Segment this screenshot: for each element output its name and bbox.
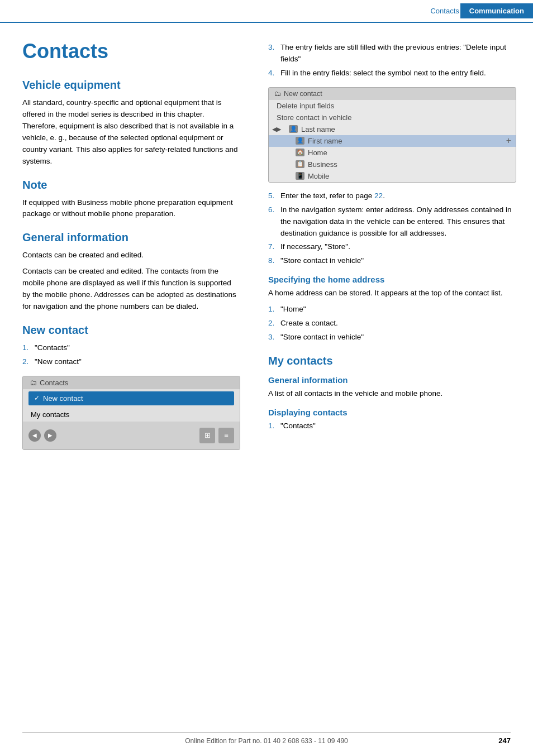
nc-home: 🏠 Home bbox=[269, 147, 516, 159]
general-info-body1: Contacts can be created and edited. bbox=[22, 250, 240, 261]
checkmark-icon: ✓ bbox=[34, 394, 40, 402]
displaying-contacts-steps: 1. "Contacts" bbox=[268, 420, 516, 432]
page-content: Contacts Vehicle equipment All standard,… bbox=[0, 23, 533, 469]
plus-icon: + bbox=[506, 136, 511, 146]
nc-business: 📋 Business bbox=[269, 159, 516, 170]
nav-left-icon: ◀ bbox=[28, 429, 41, 442]
contacts-folder-icon: 🗂 bbox=[30, 379, 37, 387]
contacts-screenshot-title: 🗂 Contacts bbox=[23, 376, 240, 389]
left-column: Contacts Vehicle equipment All standard,… bbox=[0, 23, 257, 469]
header-communication-label: Communication bbox=[460, 3, 533, 18]
footer-text: Online Edition for Part no. 01 40 2 608 … bbox=[185, 737, 348, 745]
list-item: 5. Enter the text, refer to page 22. bbox=[268, 190, 516, 202]
specifying-home-address-heading: Specifying the home address bbox=[268, 275, 516, 284]
list-item: 4. Fill in the entry fields: select the … bbox=[268, 68, 516, 79]
screenshot-bottom-bar: ◀ ▶ ⊞ ≡ bbox=[23, 422, 240, 449]
page-number: 247 bbox=[498, 736, 511, 745]
steps-3-4-list: 3. The entry fields are still filled wit… bbox=[268, 42, 516, 79]
first-name-icon: 👤 bbox=[296, 137, 304, 145]
list-item: 1. "Contacts" bbox=[22, 342, 240, 354]
note-body: If equipped with Business mobile phone p… bbox=[22, 197, 240, 221]
screenshot-icon-1: ⊞ bbox=[199, 428, 215, 443]
steps-5-8-list: 5. Enter the text, refer to page 22. 6. … bbox=[268, 190, 516, 267]
new-contact-item-selected: ✓ New contact bbox=[28, 391, 234, 405]
list-item: 7. If necessary, "Store". bbox=[268, 241, 516, 253]
new-contact-steps-list: 1. "Contacts" 2. "New contact" bbox=[22, 342, 240, 368]
page-title: Contacts bbox=[22, 40, 240, 63]
header-bar: Contacts Communication bbox=[0, 0, 533, 23]
new-contact-heading: New contact bbox=[22, 324, 240, 337]
page-footer: Online Edition for Part no. 01 40 2 608 … bbox=[22, 732, 511, 745]
note-heading: Note bbox=[22, 179, 240, 192]
my-contacts-general-info-body: A list of all contacts in the vehicle an… bbox=[268, 388, 516, 400]
last-name-icon: 👤 bbox=[289, 125, 298, 133]
my-contacts-item: My contacts bbox=[23, 408, 240, 422]
vehicle-equipment-heading: Vehicle equipment bbox=[22, 79, 240, 92]
nav-right-icon: ▶ bbox=[44, 429, 56, 442]
screenshot-icon-2: ≡ bbox=[218, 428, 234, 443]
contacts-screenshot: 🗂 Contacts ✓ New contact My contacts ◀ ▶ bbox=[22, 376, 240, 450]
nc-title-bar: 🗂 New contact bbox=[269, 88, 516, 100]
list-item: 1. "Contacts" bbox=[268, 420, 516, 432]
displaying-contacts-heading: Displaying contacts bbox=[268, 408, 516, 417]
home-icon: 🏠 bbox=[296, 149, 304, 156]
general-information-heading: General information bbox=[22, 231, 240, 244]
nc-nav-arrows: ◀ ▶ bbox=[269, 126, 281, 133]
nc-icon: 🗂 bbox=[274, 90, 282, 98]
list-item: 3. The entry fields are still filled wit… bbox=[268, 42, 516, 65]
nc-mobile: 📱 Mobile bbox=[269, 170, 516, 182]
nc-first-name: 👤 First name + bbox=[269, 135, 516, 147]
right-column: 3. The entry fields are still filled wit… bbox=[257, 23, 533, 469]
nc-last-name-row: ◀ ▶ 👤 Last name bbox=[269, 123, 516, 135]
nc-store-contact: Store contact in vehicle bbox=[269, 112, 516, 123]
mobile-icon: 📱 bbox=[296, 172, 304, 180]
new-contact-ui-screenshot: 🗂 New contact Delete input fields Store … bbox=[268, 87, 516, 183]
nc-last-name: 👤 Last name bbox=[281, 123, 516, 135]
my-contacts-heading: My contacts bbox=[268, 355, 516, 367]
business-icon: 📋 bbox=[296, 160, 304, 168]
nav-right-arrow: ▶ bbox=[277, 126, 281, 133]
my-contacts-general-info-heading: General information bbox=[268, 375, 516, 385]
specifying-home-address-steps: 1. "Home" 2. Create a contact. 3. "Store… bbox=[268, 304, 516, 343]
general-info-body2: Contacts can be created and edited. The … bbox=[22, 266, 240, 313]
list-item: 1. "Home" bbox=[268, 304, 516, 315]
list-item: 8. "Store contact in vehicle" bbox=[268, 255, 516, 267]
list-item: 2. Create a contact. bbox=[268, 318, 516, 329]
vehicle-equipment-body: All standard, country-specific and optio… bbox=[22, 97, 240, 168]
nc-delete-fields: Delete input fields bbox=[269, 100, 516, 112]
list-item: 3. "Store contact in vehicle" bbox=[268, 332, 516, 343]
list-item: 2. "New contact" bbox=[22, 356, 240, 368]
specifying-home-address-body: A home address can be stored. It appears… bbox=[268, 288, 516, 299]
header-contacts-label: Contacts bbox=[430, 7, 459, 15]
list-item: 6. In the navigation system: enter addre… bbox=[268, 204, 516, 240]
nav-left-arrow: ◀ bbox=[272, 126, 277, 133]
